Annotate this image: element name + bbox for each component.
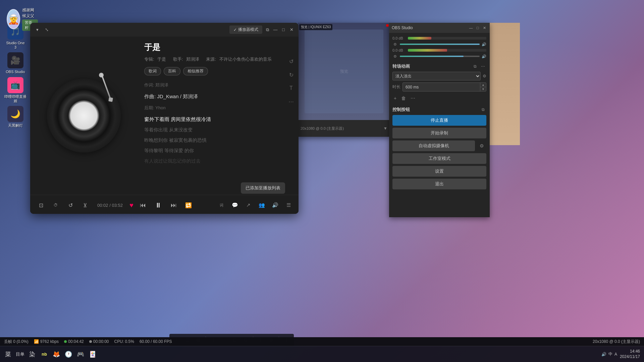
resolution-value: 20x1080 @ 0.0 (主显示器) — [593, 339, 640, 345]
lyrics-toggle-btn[interactable]: 词 — [217, 200, 226, 210]
stream-settings-btn[interactable]: ▼ — [383, 126, 387, 131]
obs-duration-up[interactable]: ▲ — [480, 83, 486, 87]
next-button[interactable]: ⏭ — [168, 200, 179, 210]
tag-lyrics[interactable]: 歌词 — [144, 67, 161, 75]
vinyl-center — [70, 102, 97, 129]
playback-mode-button[interactable]: ✓ 播放器模式 — [229, 25, 262, 34]
user-avatar: 🧝 — [7, 9, 20, 29]
play-pause-button[interactable]: ⏸ — [152, 199, 164, 211]
titlebar-left: ▾ ⤡ — [34, 27, 50, 33]
pip-btn[interactable]: ⧉ — [264, 27, 270, 33]
prev-button[interactable]: ⏮ — [138, 200, 148, 210]
systray: 🔊 中 A — [601, 351, 617, 357]
stream-controls-bar: 20x1080 @ 0.0 (主显示器) ▼ — [298, 120, 390, 137]
dropdown-btn[interactable]: ▾ — [34, 27, 40, 33]
obs-volume-fill-2 — [400, 56, 464, 57]
sync-icon[interactable]: ↻ — [286, 70, 296, 79]
obs-scene-more-btn[interactable]: ⋯ — [409, 94, 417, 102]
obs-mute-btn-2[interactable]: 🔊 — [482, 54, 486, 59]
music-player-window: ▾ ⤡ ✓ 播放器模式 ⧉ — □ ✕ 于是 — [30, 23, 299, 214]
taskbar-icon-card[interactable]: 🃏 — [87, 349, 98, 360]
desktop-icon-tianhei[interactable]: 🌙 天黑解灯 — [3, 106, 28, 128]
tianhei-icon: 🌙 — [7, 106, 23, 122]
like-button[interactable]: ♥ — [129, 201, 133, 209]
obs-restore-btn[interactable]: □ — [475, 25, 480, 31]
close-btn[interactable]: ✕ — [288, 27, 294, 33]
bilibili-icon: 📺 — [7, 77, 23, 93]
tag-wiki[interactable]: 百科 — [164, 67, 180, 75]
obs-transition-more-icon[interactable]: ⋯ — [480, 63, 486, 70]
obs-audio-settings-2[interactable]: ⚙ — [392, 54, 398, 59]
playlist-icon-btn[interactable]: ⊡ — [36, 200, 46, 210]
volume-btn[interactable]: 🔊 — [270, 200, 280, 210]
edit-lyrics-icon[interactable]: T — [286, 83, 296, 93]
obs-panel-title: OBS Studio — [392, 25, 413, 30]
obs-exit-btn[interactable]: 退出 — [392, 179, 486, 189]
rec-inactive-dot — [89, 340, 92, 343]
taskbar-icon-fox[interactable]: 🦊 — [51, 349, 62, 360]
more-options-icon[interactable]: ⋯ — [286, 97, 296, 106]
timer-icon-btn[interactable]: ⏱ — [50, 200, 61, 210]
fps-value: 60.00 / 60.00 FPS — [140, 339, 172, 344]
share-btn[interactable]: ↗ — [244, 200, 253, 210]
systray-volume-icon[interactable]: 🔊 — [601, 352, 606, 357]
obs-mute-btn-1[interactable]: 🔊 — [482, 42, 486, 47]
expand-btn[interactable]: ⤡ — [44, 27, 50, 33]
player-controls: ⊡ ⏱ ↺ ⊻ 00:02 / 03:52 ♥ ⏮ ⏸ ⏭ 🔁 词 💬 ↗ 👥 … — [30, 195, 299, 214]
obs-duration-down[interactable]: ▼ — [480, 87, 486, 91]
obs-minimize-btn[interactable]: — — [468, 25, 474, 31]
playlist-list-btn[interactable]: ☰ — [284, 200, 293, 210]
composer-row: 作曲: JD_Kwan / 郑润泽 — [144, 92, 292, 102]
obs-studio-mode-btn[interactable]: 工作室模式 — [392, 153, 486, 164]
tag-similar[interactable]: 相似推荐 — [183, 67, 208, 75]
repeat-mode-button[interactable]: 🔁 — [183, 200, 194, 210]
taskbar-icon-menu[interactable]: 菜 — [3, 349, 13, 360]
obs-close-btn[interactable]: ✕ — [482, 25, 487, 31]
comment-btn[interactable]: 💬 — [230, 200, 239, 210]
systray-lang[interactable]: 中 — [608, 351, 612, 357]
obs-stop-stream-btn[interactable]: 停止直播 — [392, 115, 486, 126]
obs-preview-label: 预览 | IQUNIX EZ63 — [299, 24, 332, 30]
users-btn[interactable]: 👥 — [257, 200, 266, 210]
obs-control-header: 控制按钮 ⧉ — [392, 106, 486, 113]
obs-audio-settings-1[interactable]: ⚙ — [392, 42, 398, 47]
desktop-icon-bilibili[interactable]: 📺 哔哩哔哩直播姬 — [3, 77, 28, 103]
desktop-icon-obs[interactable]: 🎥 OBS Studio — [3, 52, 28, 74]
restore-btn[interactable]: □ — [280, 27, 286, 33]
obs-virtual-cam-settings-icon[interactable]: ⚙ — [477, 141, 486, 150]
obs-volume-slider-1[interactable] — [400, 44, 480, 45]
obs-virtual-cam-btn[interactable]: 自动虚拟摄像机 — [392, 140, 475, 151]
obs-control-copy-icon[interactable]: ⧉ — [480, 106, 486, 113]
obs-transition-select[interactable]: 淡入淡出 — [392, 72, 481, 80]
status-fps: 60.00 / 60.00 FPS — [140, 339, 172, 344]
refresh-icon[interactable]: ↺ — [286, 57, 296, 66]
album-value: 于是 — [157, 57, 166, 62]
taskbar: 菜 目单 染 nb 🦊 🕐 🎮 🃏 🔊 中 A 14:46 2024/11/17 — [0, 346, 644, 362]
obs-scene-add-btn[interactable]: + — [392, 94, 398, 102]
obs-audio-controls-2: ⚙ 🔊 — [392, 54, 486, 59]
obs-start-record-btn[interactable]: 开始录制 — [392, 128, 486, 138]
download-icon-btn[interactable]: ⊻ — [80, 200, 91, 210]
player-main: 于是 专辑: 于是 歌手: 郑润泽 来源: 不许让小鱼伤心喜欢的音乐 歌词 百科… — [30, 37, 299, 195]
taskbar-icon-dye[interactable]: 染 — [27, 349, 38, 360]
lyric-line-1: 窗外下着雨 房间里依然很冷清 — [144, 114, 292, 125]
obs-transition-settings-icon[interactable]: ⚙ — [483, 74, 486, 78]
taskbar-icon-list[interactable]: 目单 — [15, 349, 25, 360]
side-icons: ↺ ↻ T ⋯ — [286, 57, 296, 106]
systray-keyboard[interactable]: A — [614, 352, 617, 357]
album-label: 专辑: — [144, 57, 154, 62]
repeat-icon-btn[interactable]: ↺ — [65, 200, 76, 210]
obs-scene-remove-btn[interactable]: 🗑 — [400, 94, 407, 102]
taskbar-icon-game[interactable]: 🎮 — [75, 349, 86, 360]
obs-label: OBS Studio — [6, 70, 25, 74]
minimize-btn[interactable]: — — [272, 27, 278, 33]
cpu-value: CPU: 0.5% — [114, 339, 134, 344]
obs-settings-btn[interactable]: 设置 — [392, 166, 486, 177]
clock-date: 2024/11/17 — [620, 354, 640, 360]
taskbar-icon-nb[interactable]: nb — [39, 349, 50, 360]
obs-volume-fill-1 — [400, 44, 480, 45]
taskbar-icon-clock[interactable]: 🕐 — [63, 349, 74, 360]
obs-volume-slider-2[interactable] — [400, 56, 480, 57]
obs-transition-copy-icon[interactable]: ⧉ — [472, 63, 478, 70]
time-current: 00:02 — [97, 203, 108, 208]
